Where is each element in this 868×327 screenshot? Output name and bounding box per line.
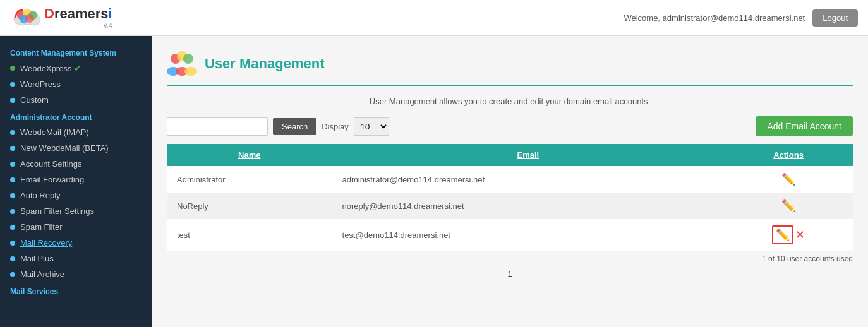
pagination-current[interactable]: 1 xyxy=(507,270,512,279)
sidebar-item-label: Spam Filter xyxy=(20,222,62,232)
row-actions: ✏️ ✕ xyxy=(724,219,853,251)
row-name: test xyxy=(167,219,332,251)
sidebar-item-custom[interactable]: Custom xyxy=(0,92,152,108)
sidebar-cms-title: Content Management System xyxy=(0,44,152,60)
bullet-icon xyxy=(10,130,15,135)
display-select[interactable]: 10 25 50 100 xyxy=(354,117,389,136)
sidebar-item-auto-reply[interactable]: Auto Reply xyxy=(0,187,152,203)
page-header: User Management xyxy=(167,49,853,86)
sidebar-item-email-forwarding[interactable]: Email Forwarding xyxy=(0,172,152,187)
user-accounts-count: 1 of 10 user accounts used xyxy=(762,254,853,263)
bullet-icon xyxy=(10,256,15,261)
svg-point-13 xyxy=(184,67,197,76)
row-email: administrator@demo114.dreamersi.net xyxy=(332,166,725,193)
toolbar-left: Search Display 10 25 50 100 xyxy=(167,117,389,136)
toolbar: Search Display 10 25 50 100 Add Email Ac… xyxy=(167,116,853,136)
check-icon: ✔ xyxy=(74,63,81,73)
bullet-icon xyxy=(10,66,15,71)
header-right: Welcome, administrator@demo114.dreamersi… xyxy=(624,9,858,27)
sidebar-item-label: Mail Archive xyxy=(20,270,64,279)
sidebar-item-account-settings[interactable]: Account Settings xyxy=(0,156,152,172)
logout-button[interactable]: Logout xyxy=(812,9,858,27)
bullet-icon xyxy=(10,272,15,277)
sidebar-admin-title: Administrator Account xyxy=(0,108,152,124)
welcome-text: Welcome, administrator@demo114.dreamersi… xyxy=(624,13,805,23)
col-name-header: Name xyxy=(167,144,332,166)
sidebar-item-label: Account Settings xyxy=(20,159,82,169)
table-footer: 1 of 10 user accounts used xyxy=(167,254,853,263)
sidebar-item-mail-recovery[interactable]: Mail Recovery xyxy=(0,235,152,251)
bullet-icon xyxy=(10,209,15,214)
sidebar-item-label: Custom xyxy=(20,95,49,105)
bullet-icon xyxy=(10,225,15,230)
page-title: User Management xyxy=(205,56,325,72)
sidebar-item-label: WebdeMail (IMAP) xyxy=(20,128,89,137)
bullet-icon xyxy=(10,193,15,198)
page-header-icon xyxy=(167,49,197,79)
row-actions: ✏️ xyxy=(724,193,853,219)
top-header: Dreamersi V.4 Welcome, administrator@dem… xyxy=(0,0,868,36)
sidebar-item-label: Mail Plus xyxy=(20,254,54,263)
table-header-row: Name Email Actions xyxy=(167,144,853,166)
sidebar-item-label: Email Forwarding xyxy=(20,175,84,184)
bullet-icon xyxy=(10,162,15,167)
sidebar-item-webdemail[interactable]: WebdeMail (IMAP) xyxy=(0,124,152,140)
sidebar-item-wordpress[interactable]: WordPress xyxy=(0,76,152,92)
row-email: noreply@demo114.dreamersi.net xyxy=(332,193,725,219)
cloud-logo-icon xyxy=(10,5,44,30)
sidebar-mail-services-title: Mail Services xyxy=(0,282,152,299)
row-email: test@demo114.dreamersi.net xyxy=(332,219,725,251)
edit-button[interactable]: ✏️ xyxy=(781,199,795,213)
page-description: User Management allows you to create and… xyxy=(167,97,853,106)
bullet-icon xyxy=(10,241,15,246)
col-actions-header: Actions xyxy=(724,144,853,166)
svg-point-10 xyxy=(183,54,193,64)
sidebar-item-label: Spam Filter Settings xyxy=(20,206,94,216)
bullet-icon xyxy=(10,177,15,182)
bullet-icon xyxy=(10,82,15,87)
logo-name: Dreamersi xyxy=(44,7,112,21)
pagination: 1 xyxy=(167,270,853,279)
sidebar-item-spam-filter[interactable]: Spam Filter xyxy=(0,219,152,235)
logo-area: Dreamersi V.4 xyxy=(10,5,112,30)
user-table: Name Email Actions Administrator adminis… xyxy=(167,144,853,251)
sidebar-item-label: WordPress xyxy=(20,80,61,89)
main-layout: Content Management System WebdeXpress ✔ … xyxy=(0,36,868,327)
sidebar-item-spam-filter-settings[interactable]: Spam Filter Settings xyxy=(0,203,152,219)
logo-text-block: Dreamersi V.4 xyxy=(44,7,112,29)
delete-button[interactable]: ✕ xyxy=(795,228,805,242)
search-button[interactable]: Search xyxy=(273,118,316,135)
col-name-label[interactable]: Name xyxy=(238,150,260,160)
row-name: Administrator xyxy=(167,166,332,193)
sidebar: Content Management System WebdeXpress ✔ … xyxy=(0,36,152,327)
content-area: User Management User Management allows y… xyxy=(152,36,868,327)
sidebar-item-mail-plus[interactable]: Mail Plus xyxy=(0,251,152,266)
edit-button[interactable]: ✏️ xyxy=(776,228,790,242)
sidebar-item-webdexpress[interactable]: WebdeXpress ✔ xyxy=(0,60,152,76)
logo-version: V.4 xyxy=(44,22,112,29)
col-email-label[interactable]: Email xyxy=(517,150,539,160)
col-email-header: Email xyxy=(332,144,725,166)
table-row: Administrator administrator@demo114.drea… xyxy=(167,166,853,193)
table-row: test test@demo114.dreamersi.net ✏️ ✕ xyxy=(167,219,853,251)
row-actions: ✏️ xyxy=(724,166,853,193)
sidebar-item-label: New WebdeMail (BETA) xyxy=(20,143,109,153)
sidebar-item-new-webdemail[interactable]: New WebdeMail (BETA) xyxy=(0,140,152,156)
edit-button[interactable]: ✏️ xyxy=(781,172,795,186)
sidebar-item-label: Mail Recovery xyxy=(20,238,72,247)
svg-point-7 xyxy=(25,14,34,23)
bullet-icon xyxy=(10,98,15,103)
add-email-button[interactable]: Add Email Account xyxy=(756,116,853,136)
bullet-icon xyxy=(10,146,15,151)
search-input[interactable] xyxy=(167,117,268,136)
col-actions-label: Actions xyxy=(773,150,804,160)
display-label: Display xyxy=(322,122,349,131)
sidebar-item-mail-archive[interactable]: Mail Archive xyxy=(0,266,152,282)
sidebar-item-label: Auto Reply xyxy=(20,191,61,200)
sidebar-item-label: WebdeXpress xyxy=(20,64,71,73)
edit-highlight-box: ✏️ xyxy=(772,225,793,244)
table-row: NoReply noreply@demo114.dreamersi.net ✏️ xyxy=(167,193,853,219)
row-name: NoReply xyxy=(167,193,332,219)
